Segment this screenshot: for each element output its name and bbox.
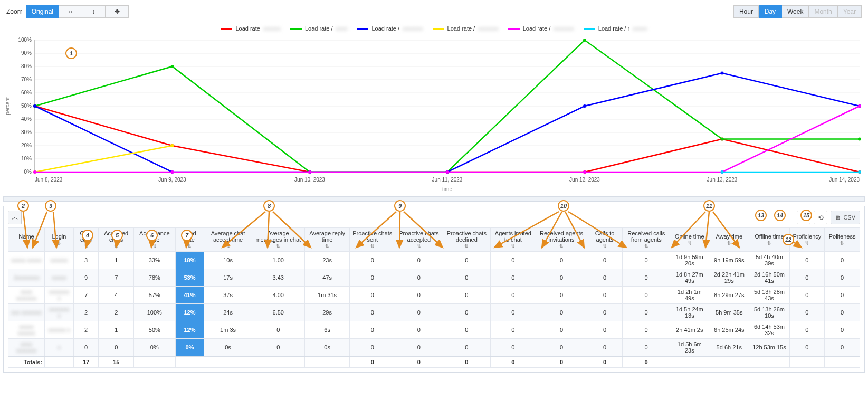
cell-recv_invitations: 0 [536,321,587,339]
col-politeness[interactable]: Politeness⇅ [825,228,860,252]
col-online_time[interactable]: Online time⇅ [670,228,709,252]
cell-load_rate: 12% [175,304,204,321]
zoom-both-button[interactable]: ✥ [106,5,129,18]
export-csv-button[interactable]: 🗎CSV [831,211,860,224]
cell-accepted_chats: 1 [99,252,134,269]
cell-load_rate: 53% [175,269,204,287]
cell-chat_calls: 2 [73,304,99,321]
totals-offline_time [749,356,789,368]
file-icon: 🗎 [835,214,841,221]
svg-text:90%: 90% [21,50,32,56]
zoom-original-button[interactable]: Original [26,5,59,18]
svg-point-46 [858,138,861,141]
cell-politeness: 0 [825,269,860,287]
table-section: ︿ ⚙ ⟲ 🗎CSV Name⇅Login⇅Chat calls⇅Accepte… [3,206,865,373]
cell-login: x [45,339,74,357]
col-pc_declined[interactable]: Proactive chats declined⇅ [443,228,490,252]
period-month-button[interactable]: Month [809,5,837,18]
cell-politeness: 0 [825,252,860,269]
table-row[interactable]: xxxx xxxxxxxxxxxxxx x7457%41%37s4.001m 3… [8,287,860,304]
period-hour-button[interactable]: Hour [733,5,759,18]
annotation-1: 1 [65,47,77,59]
col-avg_msg_in_chat[interactable]: Average messages in chat⇅ [252,228,304,252]
legend-item-0[interactable]: Load rate xxxxxx [221,25,280,32]
cell-login: xxxxx [45,269,74,287]
collapse-button[interactable]: ︿ [8,211,22,224]
totals-online_time [670,356,709,368]
legend-swatch [508,28,520,30]
table-row[interactable]: xxxx xxxxxxxx000%0%0s00s00000001d 5h 6m … [8,339,860,357]
period-day-button[interactable]: Day [759,5,782,18]
col-name[interactable]: Name⇅ [8,228,45,252]
col-recv_calls[interactable]: Received calls from agents⇅ [622,228,670,252]
legend-item-1[interactable]: Load rate / xxxx [290,25,348,32]
legend-label: Load rate / [305,25,333,32]
cell-offline_time: 2d 16h 50m 41s [749,269,789,287]
svg-text:Jun 8, 2023: Jun 8, 2023 [35,177,63,183]
csv-label: CSV [843,214,855,221]
cell-chat_calls: 2 [73,321,99,339]
cell-avg_accept_time: 17s [204,269,252,287]
sort-icon: ⇅ [178,244,202,249]
sort-icon: ⇅ [11,241,42,246]
zoom-vertical-button[interactable]: ↕ [82,5,106,18]
cell-politeness: 0 [825,287,860,304]
cell-politeness: 0 [825,321,860,339]
col-proficiency[interactable]: Proficiency⇅ [789,228,825,252]
legend-label: Load rate / [447,25,475,32]
col-pc_sent[interactable]: Proactive chats sent⇅ [350,228,395,252]
totals-agents_invited: 0 [491,356,536,368]
col-recv_invitations[interactable]: Received agents invitations⇅ [536,228,587,252]
cell-load_rate: 18% [175,252,204,269]
col-calls_to_agents[interactable]: Calls to agents⇅ [587,228,623,252]
cell-pc_declined: 0 [443,252,490,269]
cell-proficiency: 0 [789,269,825,287]
col-label: Proactive chats accepted [399,230,438,243]
col-avg_reply_time[interactable]: Average reply time⇅ [304,228,350,252]
cell-name: Jxxxxxxxx [8,269,45,287]
cell-avg_accept_time: 37s [204,287,252,304]
refresh-button[interactable]: ⟲ [814,211,827,224]
col-avg_accept_time[interactable]: Average chat accept time⇅ [204,228,252,252]
cell-offline_time: 5d 13h 28m 43s [749,287,789,304]
sort-icon: ⇅ [136,244,173,249]
legend-item-4[interactable]: Load rate / xxxxxxx [508,25,574,32]
legend-item-3[interactable]: Load rate / xxxxxxx [433,25,499,32]
legend-item-5[interactable]: Load rate / r xxxxx [584,25,647,32]
totals-name: Totals: [8,356,45,368]
legend-swatch [433,28,444,30]
col-label: Online time [675,233,704,240]
annotation-6: 6 [146,230,158,241]
col-away_time[interactable]: Away time⇅ [709,228,749,252]
svg-text:80%: 80% [21,63,32,69]
cell-proficiency: 0 [789,287,825,304]
table-row[interactable]: xxxxx xxxxxxxxxxxx x2150%12%1m 3s06s0000… [8,321,860,339]
table-row[interactable]: xxx xxxxxxxxxxxxxx x22100%12%24s6.5029s0… [8,304,860,321]
col-pc_accepted[interactable]: Proactive chats accepted⇅ [395,228,443,252]
cell-recv_invitations: 0 [536,304,587,321]
zoom-group: Zoom Original ↔ ↕ ✥ [6,5,129,18]
zoom-horizontal-button[interactable]: ↔ [59,5,82,18]
totals-pc_declined: 0 [443,356,490,368]
cell-avg_msg_in_chat: 3.43 [252,269,304,287]
sort-icon: ⇅ [589,244,620,249]
col-login[interactable]: Login⇅ [45,228,74,252]
cell-chat_calls: 9 [73,269,99,287]
annotation-3: 3 [45,200,56,212]
svg-text:50%: 50% [21,103,32,109]
totals-away_time [709,356,749,368]
table-row[interactable]: xxxxx xxxxxxxxxxx3133%18%10s1.0023s00000… [8,252,860,269]
line-chart[interactable]: 0%10%20%30%40%50%60%70%80%90%100%Jun 8, … [3,35,865,193]
cell-calls_to_agents: 0 [587,269,623,287]
legend-label: Load rate / [371,25,399,32]
cell-login: xxxxxx x [45,321,74,339]
table-row[interactable]: Jxxxxxxxxxxxxx9778%53%17s3.4347s00000001… [8,269,860,287]
svg-text:100%: 100% [18,37,32,43]
period-year-button[interactable]: Year [838,5,862,18]
period-week-button[interactable]: Week [782,5,809,18]
legend-item-2[interactable]: Load rate / xxxxxxx [357,25,423,32]
cell-proficiency: 0 [789,304,825,321]
divider-bar[interactable] [3,196,865,202]
col-agents_invited[interactable]: Agents invited to chat⇅ [491,228,536,252]
cell-away_time: 6h 25m 24s [709,321,749,339]
